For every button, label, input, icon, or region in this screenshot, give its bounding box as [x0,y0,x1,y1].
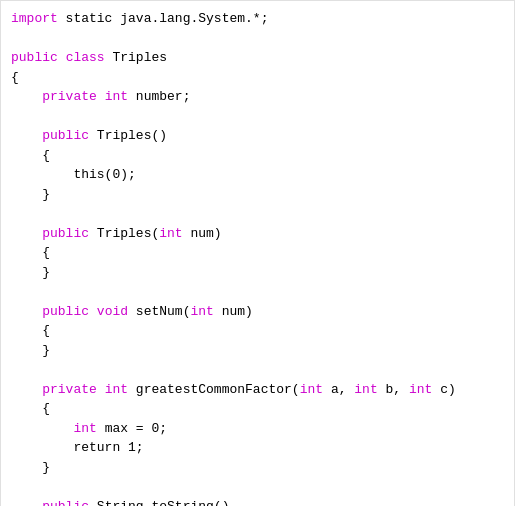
code-line: } [11,458,504,478]
code-line: } [11,341,504,361]
code-line: public String toString() [11,497,504,507]
code-token: Triples() [89,128,167,143]
keyword-token: public [42,304,89,319]
code-token: max = 0; [97,421,167,436]
code-token: } [11,187,50,202]
code-token: b, [378,382,409,397]
keyword-token: public [42,499,89,507]
code-line: } [11,263,504,283]
keyword-token: private [42,89,97,104]
code-token: c) [432,382,455,397]
code-token: number; [128,89,190,104]
code-token [97,89,105,104]
code-token [11,128,42,143]
keyword-token: void [97,304,128,319]
code-token: Triples [105,50,167,65]
code-line: private int number; [11,87,504,107]
code-line [11,29,504,49]
keyword-token: int [409,382,432,397]
code-line [11,282,504,302]
keyword-token: public [11,50,58,65]
code-token [11,304,42,319]
keyword-token: public [42,226,89,241]
keyword-token: int [300,382,323,397]
code-line: public void setNum(int num) [11,302,504,322]
code-token: Triples( [89,226,159,241]
keyword-token: int [190,304,213,319]
code-line: } [11,185,504,205]
code-content: import static java.lang.System.*; public… [11,9,504,506]
code-line: { [11,399,504,419]
code-token: greatestCommonFactor( [128,382,300,397]
code-line: { [11,68,504,88]
code-line: this(0); [11,165,504,185]
code-token [11,499,42,507]
code-line: public class Triples [11,48,504,68]
code-line: private int greatestCommonFactor(int a, … [11,380,504,400]
code-token: num) [183,226,222,241]
code-token [11,421,73,436]
code-line [11,477,504,497]
code-token: String toString() [89,499,229,507]
keyword-token: class [66,50,105,65]
code-token: { [11,401,50,416]
code-token: { [11,148,50,163]
code-token: return 1; [11,440,144,455]
code-token: } [11,265,50,280]
code-token [58,50,66,65]
keyword-token: int [354,382,377,397]
code-line [11,360,504,380]
code-token [11,89,42,104]
code-token [11,226,42,241]
code-line: public Triples(int num) [11,224,504,244]
code-token: this(0); [11,167,136,182]
code-editor: import static java.lang.System.*; public… [0,0,515,506]
keyword-token: int [73,421,96,436]
keyword-token: import [11,11,58,26]
code-token: } [11,460,50,475]
code-line: public Triples() [11,126,504,146]
code-line [11,107,504,127]
keyword-token: private [42,382,97,397]
code-line: { [11,243,504,263]
code-token: { [11,323,50,338]
code-line: import static java.lang.System.*; [11,9,504,29]
keyword-token: int [105,89,128,104]
code-line: { [11,146,504,166]
code-line: { [11,321,504,341]
code-token: num) [214,304,253,319]
code-token [89,304,97,319]
code-token [97,382,105,397]
code-token [11,382,42,397]
code-token: { [11,245,50,260]
keyword-token: public [42,128,89,143]
code-line: int max = 0; [11,419,504,439]
keyword-token: int [105,382,128,397]
keyword-token: int [159,226,182,241]
code-token: setNum( [128,304,190,319]
code-token: { [11,70,19,85]
code-line: return 1; [11,438,504,458]
code-line [11,204,504,224]
code-token: } [11,343,50,358]
code-token: a, [323,382,354,397]
code-token: static java.lang.System.*; [58,11,269,26]
